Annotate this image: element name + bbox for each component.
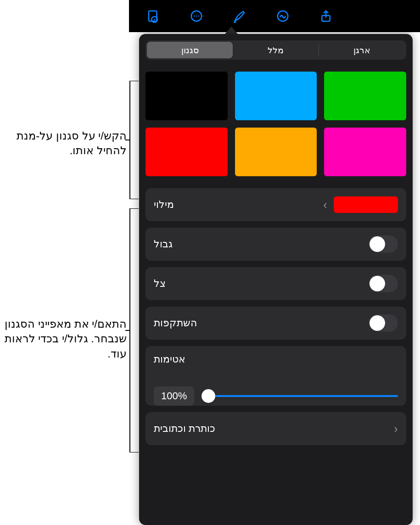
document-view-icon[interactable]: [132, 0, 175, 32]
style-swatch[interactable]: [146, 128, 228, 176]
shadow-row: צל: [146, 267, 406, 300]
svg-point-4: [194, 16, 195, 17]
svg-rect-0: [149, 11, 157, 22]
popover-arrow: [225, 27, 238, 34]
border-toggle[interactable]: [369, 235, 398, 253]
fill-color-chip[interactable]: [334, 196, 398, 213]
insert-icon[interactable]: [261, 0, 304, 32]
style-swatch-grid: [146, 72, 406, 176]
tab-style[interactable]: סגנון: [147, 42, 233, 58]
slider-thumb[interactable]: [202, 389, 215, 403]
shadow-toggle[interactable]: [369, 275, 398, 292]
top-toolbar: [129, 0, 420, 32]
callout-style-adjust: התאם/י את מאפייני הסגנון שנבחר. גלול/י ב…: [3, 317, 127, 361]
style-swatch[interactable]: [324, 72, 406, 120]
svg-point-2: [154, 19, 155, 20]
svg-point-5: [196, 16, 197, 17]
opacity-slider[interactable]: [202, 395, 398, 397]
format-panel: סגנון מלל ארגן מילוי › גבול צל השתק: [139, 34, 413, 525]
more-icon[interactable]: [175, 0, 218, 32]
reflection-row: השתקפות: [146, 307, 406, 340]
format-tabs: סגנון מלל ארגן: [146, 40, 406, 60]
fill-row[interactable]: מילוי ›: [146, 188, 406, 221]
shadow-label: צל: [154, 278, 166, 290]
title-caption-label: כותרת וכתובית: [154, 423, 215, 435]
style-swatch[interactable]: [324, 128, 406, 176]
reflection-toggle[interactable]: [369, 314, 398, 332]
style-swatch[interactable]: [235, 128, 317, 176]
fill-label: מילוי: [154, 199, 174, 211]
reflection-label: השתקפות: [154, 317, 197, 329]
callout-bracket: [125, 208, 139, 452]
svg-point-6: [198, 16, 200, 17]
opacity-label: אטימות: [154, 353, 185, 365]
chevron-icon: ›: [323, 198, 327, 212]
chevron-icon: ›: [394, 422, 398, 436]
callout-style-tap: הקש/י על סגנון על-מנת להחיל אותו.: [3, 128, 127, 158]
share-icon[interactable]: [304, 0, 347, 32]
opacity-value[interactable]: 100%: [154, 386, 194, 406]
border-label: גבול: [154, 238, 173, 250]
style-swatch[interactable]: [235, 72, 317, 120]
title-caption-row[interactable]: כותרת וכתובית ›: [146, 412, 406, 445]
opacity-row: אטימות 100%: [146, 346, 406, 406]
tab-text[interactable]: מלל: [233, 42, 319, 58]
style-options-list: מילוי › גבול צל השתקפות אטימות 100%: [146, 188, 406, 445]
border-row: גבול: [146, 228, 406, 261]
callout-bracket: [125, 81, 139, 199]
tab-arrange[interactable]: ארגן: [319, 42, 405, 58]
style-swatch[interactable]: [146, 72, 228, 120]
